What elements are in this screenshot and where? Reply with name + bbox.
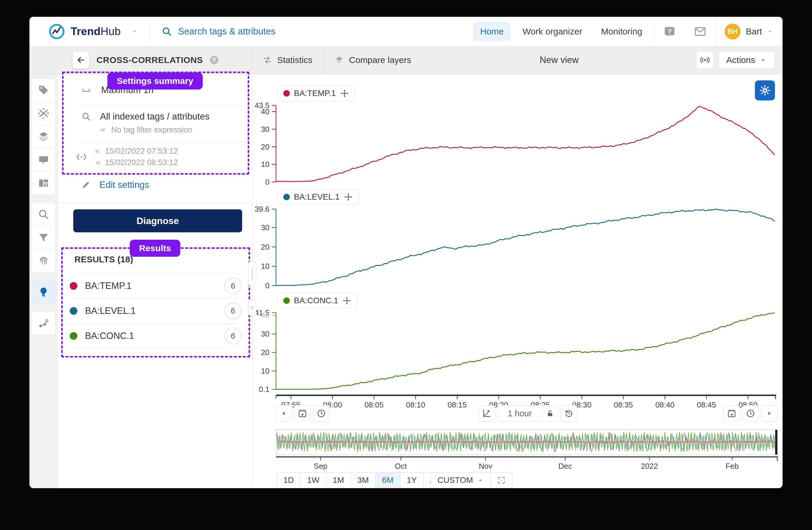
rail-item-dashboards[interactable] [31,171,56,195]
move-icon[interactable] [343,296,351,305]
y-tick-label: 40 [261,107,270,116]
range-button-1y[interactable]: 1Y [400,472,424,488]
trendhub-logo-icon [48,23,65,40]
range-button-1w[interactable]: 1W [300,472,326,488]
series-dot [70,332,77,340]
nav-item-home[interactable]: Home [473,22,511,41]
user-chevron-down-icon[interactable] [766,28,774,35]
edit-settings-link[interactable]: Edit settings [81,180,149,190]
rail-item-recommendations[interactable] [31,280,56,304]
context-tick-label: Nov [479,462,492,471]
series-dot [283,90,290,97]
chart-settings-button[interactable] [755,80,775,100]
edit-settings-label: Edit settings [99,180,149,190]
end-time-button[interactable] [742,405,759,422]
end-date-button[interactable] [723,405,740,422]
svg-text:?: ? [668,27,672,35]
nav-item-work-organizer[interactable]: Work organizer [516,22,589,41]
y-tick-label: 10 [261,262,270,270]
result-count-badge: 6 [224,277,242,294]
panel-help-icon[interactable]: ? [209,55,219,65]
live-mode-button[interactable] [696,51,714,69]
calendar-icon [298,409,307,418]
back-button[interactable] [72,52,89,69]
toolbar-actions: Actions [696,46,783,74]
custom-range-button[interactable]: CUSTOM [431,472,490,488]
start-time-button[interactable] [313,405,330,422]
help-icon[interactable]: ? [663,25,676,38]
tab-label: Compare layers [349,55,411,65]
tag-filter-value: No tag filter expression [111,125,192,135]
move-icon[interactable] [344,193,353,201]
svg-text:?: ? [213,57,216,63]
context-selection-marker[interactable] [775,430,777,455]
panel-header: CROSS-CORRELATIONS ? [29,46,252,74]
legend-chip-BA:CONC.1[interactable]: BA:CONC.1 [277,293,358,309]
chart-canvas-BA:TEMP.1[interactable]: 43.5403020100 [252,101,779,186]
range-button-3m[interactable]: 3M [351,472,376,488]
search-icon [38,208,49,220]
context-tick-label: Dec [559,462,572,471]
duration-value[interactable]: 1 hour [498,405,542,421]
legend-chip-BA:LEVEL.1[interactable]: BA:LEVEL.1 [277,189,359,205]
move-icon[interactable] [340,89,349,98]
range-button-1d[interactable]: 1D [277,472,301,488]
fit-view-button[interactable] [490,472,512,488]
result-row[interactable]: BA:LEVEL.1 6 [67,298,243,324]
result-count-badge: 6 [224,327,242,345]
history-icon [564,409,574,418]
panel-collapse-button[interactable]: ✕ [248,300,256,316]
result-row[interactable]: BA:CONC.1 6 [67,324,243,349]
user-name[interactable]: Bart [746,27,762,37]
y-tick-label: 0.1 [259,385,270,393]
rail-item-tags[interactable] [31,78,56,102]
avatar[interactable]: BH [725,24,740,40]
context-overview-strip[interactable] [276,429,778,455]
chart-canvas-BA:CONC.1[interactable]: 41.5403020100.1 [252,308,779,393]
actions-button[interactable]: Actions [719,51,775,69]
legend-chip-BA:TEMP.1[interactable]: BA:TEMP.1 [277,85,355,101]
search-input[interactable]: Search tags & attributes [178,26,275,37]
divider [58,203,252,203]
context-strip-svg[interactable] [277,430,777,455]
series-dot [70,282,77,290]
context-axis-svg: SepOctNovDec2022Feb [252,456,779,471]
start-date-button[interactable] [294,405,311,422]
duration-lock-button[interactable] [542,405,558,421]
rail-item-comments[interactable] [31,148,56,172]
nav-item-monitoring[interactable]: Monitoring [594,22,649,41]
brand-chevron-down-icon[interactable] [131,28,138,35]
tab-statistics[interactable]: Statistics [252,46,324,74]
context-tick-label: Feb [725,462,739,471]
result-row[interactable]: BA:TEMP.1 6 [67,273,243,298]
range-end-icon [95,159,101,166]
rail-item-context-items[interactable] [31,311,56,335]
compressed-trend-button[interactable] [479,405,495,422]
custom-range-group: CUSTOM [431,472,512,488]
history-button[interactable] [561,405,577,422]
range-button-6m[interactable]: 6M [375,472,401,488]
sharenodes-icon [38,317,49,329]
global-search[interactable]: Search tags & attributes [161,26,275,37]
tab-compare-layers[interactable]: Compare layers [324,46,422,74]
chevron-right-icon [766,409,773,417]
diagnose-button[interactable]: Diagnose [73,209,242,232]
gear-icon [759,84,771,96]
chart-canvas-BA:LEVEL.1[interactable]: 39.63020100 [252,204,779,290]
rail-item-calculations[interactable] [31,101,56,125]
range-button-1m[interactable]: 1M [326,472,351,488]
pan-back-button[interactable] [275,405,292,422]
mail-icon[interactable] [694,25,707,38]
rail-item-filters[interactable] [31,226,56,249]
rail-item-search[interactable] [31,203,56,226]
pan-forward-button[interactable] [761,405,778,422]
panel-resize-handle[interactable] [248,261,256,287]
rail-item-fingerprint[interactable] [31,249,56,273]
brand[interactable]: TrendHub [48,23,121,40]
y-tick-label: 10 [261,160,270,169]
search-icon [161,26,172,37]
rail-item-layers[interactable] [31,125,56,149]
divider [81,142,244,142]
view-title: New view [422,46,696,74]
calendar-icon [727,409,736,418]
